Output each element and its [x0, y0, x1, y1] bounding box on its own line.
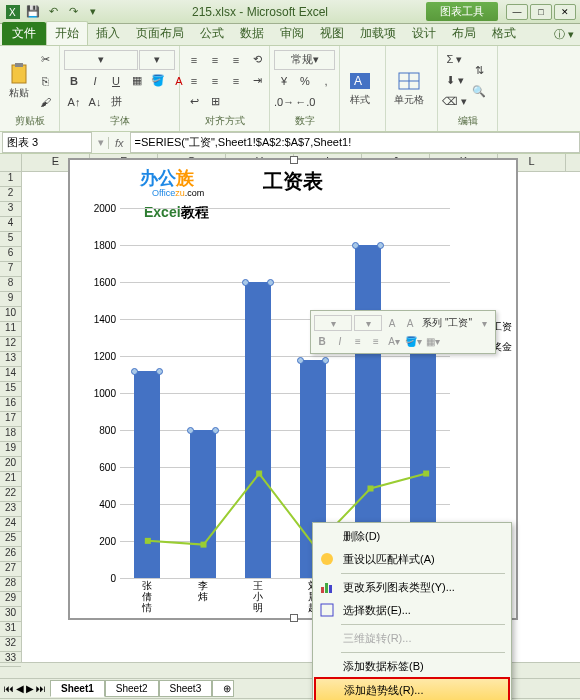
cm-delete[interactable]: 删除(D) [315, 525, 509, 548]
sheet-tab-sheet1[interactable]: Sheet1 [50, 680, 105, 697]
help-icon[interactable]: ⓘ ▾ [548, 24, 580, 45]
cm-select-data[interactable]: 选择数据(E)... [315, 599, 509, 622]
align-top-icon[interactable]: ≡ [184, 50, 204, 70]
row-header[interactable]: 21 [0, 472, 21, 487]
phonetic-icon[interactable]: 拼 [106, 92, 126, 112]
row-header[interactable]: 20 [0, 457, 21, 472]
row-header[interactable]: 29 [0, 592, 21, 607]
mini-size-select[interactable]: ▾ [354, 315, 382, 331]
row-header[interactable]: 33 [0, 652, 21, 667]
tab-formulas[interactable]: 公式 [192, 22, 232, 45]
new-sheet-button[interactable]: ⊕ [212, 680, 234, 697]
tab-file[interactable]: 文件 [2, 22, 46, 45]
mini-shrink-font-icon[interactable]: A [402, 315, 418, 331]
tab-data[interactable]: 数据 [232, 22, 272, 45]
align-right-icon[interactable]: ≡ [226, 71, 246, 91]
name-box[interactable]: 图表 3 [2, 132, 92, 153]
font-family-select[interactable]: ▾ [64, 50, 138, 70]
sheet-first-icon[interactable]: ⏮ [4, 683, 14, 694]
save-icon[interactable]: 💾 [24, 3, 42, 21]
indent-icon[interactable]: ⇥ [247, 71, 267, 91]
merge-icon[interactable]: ⊞ [205, 92, 225, 112]
maximize-button[interactable]: □ [530, 4, 552, 20]
align-center-icon[interactable]: ≡ [205, 71, 225, 91]
sheet-last-icon[interactable]: ⏭ [36, 683, 46, 694]
cm-add-trendline[interactable]: 添加趋势线(R)... [314, 677, 510, 700]
row-header[interactable]: 15 [0, 382, 21, 397]
mini-italic-icon[interactable]: I [332, 333, 348, 349]
cm-add-data-labels[interactable]: 添加数据标签(B) [315, 655, 509, 678]
paste-button[interactable]: 粘贴 [4, 58, 33, 104]
sheet-next-icon[interactable]: ▶ [26, 683, 34, 694]
currency-icon[interactable]: ¥ [274, 71, 294, 91]
fx-icon[interactable]: fx [108, 137, 130, 149]
tab-chart-format[interactable]: 格式 [484, 22, 524, 45]
align-left-icon[interactable]: ≡ [184, 71, 204, 91]
sheet-prev-icon[interactable]: ◀ [16, 683, 24, 694]
row-header[interactable]: 31 [0, 622, 21, 637]
tab-insert[interactable]: 插入 [88, 22, 128, 45]
row-header[interactable]: 4 [0, 217, 21, 232]
tab-home[interactable]: 开始 [46, 21, 88, 45]
increase-decimal-icon[interactable]: .0→ [274, 92, 294, 112]
row-header[interactable]: 14 [0, 367, 21, 382]
row-header[interactable]: 2 [0, 187, 21, 202]
chart-bar[interactable] [190, 430, 216, 578]
decrease-font-icon[interactable]: A↓ [85, 92, 105, 112]
increase-font-icon[interactable]: A↑ [64, 92, 84, 112]
tab-addins[interactable]: 加载项 [352, 22, 404, 45]
number-format-select[interactable]: 常规 ▾ [274, 50, 335, 70]
underline-button[interactable]: U [106, 71, 126, 91]
cm-reset-style[interactable]: 重设以匹配样式(A) [315, 548, 509, 571]
row-header[interactable]: 11 [0, 322, 21, 337]
mini-grow-font-icon[interactable]: A [384, 315, 400, 331]
row-header[interactable]: 32 [0, 637, 21, 652]
font-size-select[interactable]: ▾ [139, 50, 175, 70]
italic-button[interactable]: I [85, 71, 105, 91]
row-header[interactable]: 6 [0, 247, 21, 262]
mini-align2-icon[interactable]: ≡ [368, 333, 384, 349]
align-middle-icon[interactable]: ≡ [205, 50, 225, 70]
row-header[interactable]: 16 [0, 397, 21, 412]
row-header[interactable]: 28 [0, 577, 21, 592]
wrap-text-icon[interactable]: ↩ [184, 92, 204, 112]
fill-color-button[interactable]: 🪣 [148, 71, 168, 91]
align-bottom-icon[interactable]: ≡ [226, 50, 246, 70]
row-header[interactable]: 19 [0, 442, 21, 457]
copy-icon[interactable]: ⎘ [35, 71, 55, 91]
row-header[interactable]: 26 [0, 547, 21, 562]
formula-input[interactable]: =SERIES("工资",Sheet1!$A$2:$A$7,Sheet1! [130, 132, 580, 153]
comma-icon[interactable]: , [316, 71, 336, 91]
select-all-corner[interactable] [0, 154, 21, 172]
qat-dropdown-icon[interactable]: ▾ [84, 3, 102, 21]
find-icon[interactable]: 🔍 [469, 81, 489, 101]
close-button[interactable]: ✕ [554, 4, 576, 20]
tab-review[interactable]: 审阅 [272, 22, 312, 45]
tab-chart-layout[interactable]: 布局 [444, 22, 484, 45]
fill-icon[interactable]: ⬇ ▾ [442, 71, 467, 91]
undo-icon[interactable]: ↶ [44, 3, 62, 21]
chart-bar[interactable] [134, 371, 160, 578]
mini-align-icon[interactable]: ≡ [350, 333, 366, 349]
grid-body[interactable]: EFGHIJKL 办公族 Officezu.com 工资表 Excel教程 02… [22, 154, 580, 662]
sheet-tab-sheet3[interactable]: Sheet3 [159, 680, 213, 697]
sheet-tab-sheet2[interactable]: Sheet2 [105, 680, 159, 697]
mini-font-select[interactable]: ▾ [314, 315, 352, 331]
decrease-decimal-icon[interactable]: ←.0 [295, 92, 315, 112]
row-header[interactable]: 18 [0, 427, 21, 442]
excel-icon[interactable]: X [4, 3, 22, 21]
row-header[interactable]: 3 [0, 202, 21, 217]
tab-view[interactable]: 视图 [312, 22, 352, 45]
sort-filter-icon[interactable]: ⇅ [469, 60, 489, 80]
row-header[interactable]: 25 [0, 532, 21, 547]
tab-chart-design[interactable]: 设计 [404, 22, 444, 45]
row-header[interactable]: 10 [0, 307, 21, 322]
row-header[interactable]: 9 [0, 292, 21, 307]
row-header[interactable]: 24 [0, 517, 21, 532]
percent-icon[interactable]: % [295, 71, 315, 91]
row-header[interactable]: 12 [0, 337, 21, 352]
row-header[interactable]: 1 [0, 172, 21, 187]
tab-page-layout[interactable]: 页面布局 [128, 22, 192, 45]
row-header[interactable]: 22 [0, 487, 21, 502]
chart-bar[interactable] [245, 282, 271, 578]
